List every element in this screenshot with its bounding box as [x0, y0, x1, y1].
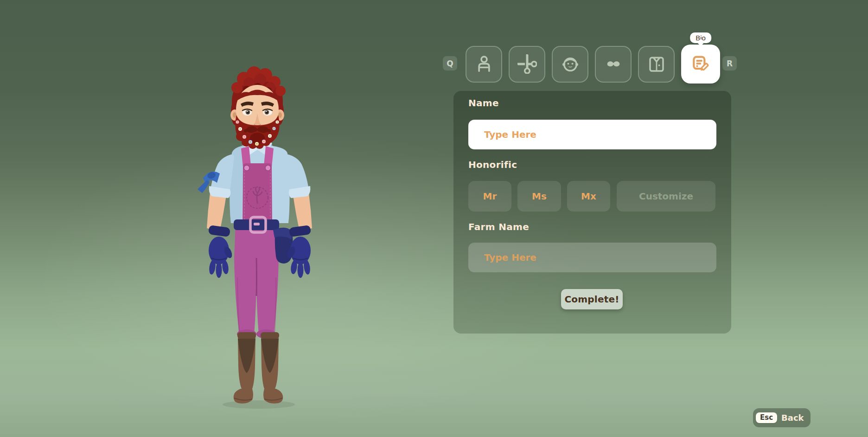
back-label: Back — [781, 413, 804, 423]
tab-body[interactable] — [466, 46, 502, 83]
bio-tooltip: Bio — [690, 32, 711, 43]
tab-hair[interactable] — [509, 46, 545, 83]
tab-clothing[interactable] — [638, 46, 675, 83]
shirt-icon — [647, 54, 666, 74]
complete-button[interactable]: Complete! — [561, 289, 623, 309]
honorific-mr-button[interactable]: Mr — [468, 181, 511, 212]
shortcut-key-r: R — [722, 56, 737, 71]
face-icon — [561, 54, 580, 74]
esc-key-badge: Esc — [756, 412, 777, 423]
bio-note-pencil-icon — [691, 54, 710, 74]
mustache-icon — [604, 54, 623, 74]
character-boots — [234, 332, 283, 404]
farm-name-input[interactable] — [468, 243, 716, 272]
category-tabbar: Bio — [466, 44, 720, 84]
tab-facial-hair[interactable] — [595, 46, 632, 83]
tab-face[interactable] — [552, 46, 588, 83]
person-icon — [474, 54, 494, 74]
background — [0, 0, 868, 437]
character-creation-screen: Q R — [0, 0, 868, 437]
scissors-icon — [517, 54, 537, 74]
tab-bio[interactable]: Bio — [681, 45, 720, 84]
character-preview — [195, 63, 325, 410]
honorific-mx-button[interactable]: Mx — [567, 181, 610, 212]
honorific-ms-button[interactable]: Ms — [517, 181, 561, 212]
honorific-label: Honorific — [468, 159, 517, 170]
back-button[interactable]: Esc Back — [753, 408, 811, 427]
honorific-customize-button[interactable]: Customize — [617, 181, 715, 212]
shortcut-key-q: Q — [443, 56, 457, 71]
bio-form-panel: Name Honorific Mr Ms Mx Customize Farm N… — [453, 91, 731, 334]
name-input[interactable] — [468, 120, 716, 149]
farm-name-label: Farm Name — [468, 221, 529, 232]
name-label: Name — [468, 97, 499, 109]
